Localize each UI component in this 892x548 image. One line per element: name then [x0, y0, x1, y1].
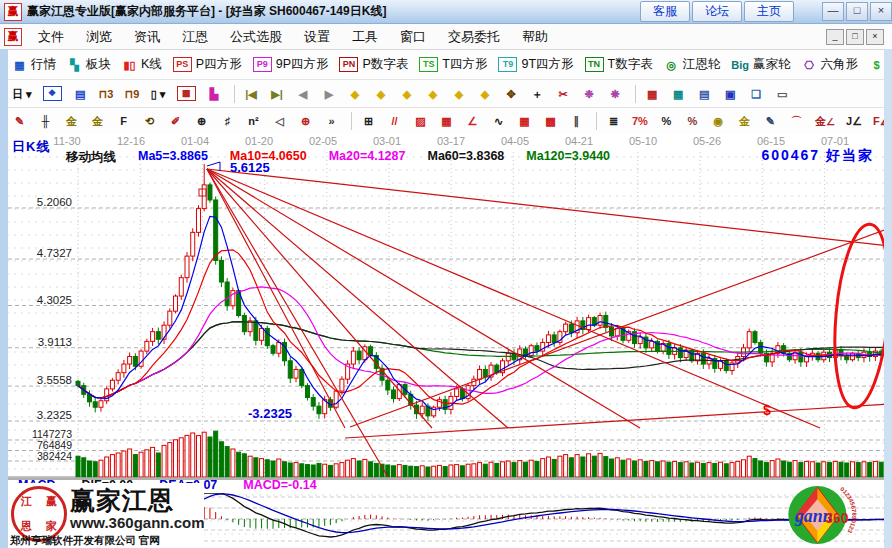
gann-crosshair-tool[interactable]: ⊕: [294, 111, 317, 131]
zoom-x-button[interactable]: ◈: [422, 84, 445, 104]
angle-ruler-tool[interactable]: ◁: [268, 111, 291, 131]
compress-9-button[interactable]: ⊓9: [121, 84, 144, 104]
volume-profile-button[interactable]: ▙: [203, 84, 226, 104]
percent-line-tool[interactable]: %: [681, 111, 704, 131]
jump-first-button[interactable]: |◀: [240, 84, 263, 104]
hexagon-button[interactable]: ⎔六角形: [797, 54, 862, 75]
close-button[interactable]: ×: [870, 2, 892, 21]
jump-last-button[interactable]: ▶|: [266, 84, 289, 104]
speed-line-tool[interactable]: ∠: [461, 111, 484, 131]
menu-help[interactable]: 帮助: [511, 25, 559, 49]
menu-file[interactable]: 文件: [27, 25, 75, 49]
t-square-button[interactable]: TST四方形: [415, 54, 491, 75]
separator[interactable]: [234, 85, 235, 103]
expand-all-button[interactable]: ◈: [448, 84, 471, 104]
gold-line-tool[interactable]: 金: [733, 111, 756, 131]
separator[interactable]: [596, 112, 597, 130]
gann-box-tool[interactable]: ▨: [409, 111, 432, 131]
gold-grid-tool-1[interactable]: 金: [60, 111, 83, 131]
gann-wheel-button[interactable]: ◎江恩轮: [660, 54, 725, 75]
calendar-button[interactable]: ▦: [641, 84, 664, 104]
child-restore-button[interactable]: □: [846, 29, 864, 45]
t-number-table-button[interactable]: TNT数字表: [581, 54, 657, 75]
red-grid-tool-b[interactable]: ▩: [539, 111, 562, 131]
step-forward-button[interactable]: ▶: [318, 84, 341, 104]
wave-tool[interactable]: ∿: [487, 111, 510, 131]
gold-angle-tool[interactable]: 金∠: [811, 111, 839, 131]
pan-left-button[interactable]: ◈: [344, 84, 367, 104]
gann-fan-tool[interactable]: //: [383, 111, 406, 131]
spiral-tool[interactable]: ⟲: [138, 111, 161, 131]
p-number-table-button[interactable]: PNP数字表: [335, 54, 412, 75]
angle-tool-f[interactable]: F∠: [869, 111, 884, 131]
chart-layout-button[interactable]: ❖: [39, 84, 66, 103]
menu-news[interactable]: 资讯: [123, 25, 171, 49]
menu-window[interactable]: 窗口: [389, 25, 437, 49]
menu-settings[interactable]: 设置: [293, 25, 341, 49]
brain-tool-button[interactable]: ❋: [604, 84, 627, 104]
parallel-line-tool[interactable]: ∥: [565, 111, 588, 131]
tick-grid-tool[interactable]: ♯: [216, 111, 239, 131]
percent-retrace-tool[interactable]: 7%: [628, 111, 652, 131]
quotes-button[interactable]: ▦行情: [8, 54, 60, 75]
homepage-button[interactable]: 主页: [744, 1, 794, 22]
ruler-pen-tool[interactable]: ✐: [164, 111, 187, 131]
gold-grid-tool-2[interactable]: 金: [86, 111, 109, 131]
arc-tool[interactable]: ⌒: [785, 111, 808, 131]
menu-browse[interactable]: 浏览: [75, 25, 123, 49]
elephant-tool-button[interactable]: ❉: [578, 84, 601, 104]
minimize-button[interactable]: —: [822, 2, 844, 21]
price-ladder-tool[interactable]: ≣: [602, 111, 625, 131]
p-square-button[interactable]: PSP四方形: [169, 54, 246, 75]
box-grid-tool[interactable]: ⊞: [357, 111, 380, 131]
winner-service-button[interactable]: $赢家服务: [865, 54, 884, 75]
candle-style-dropdown[interactable]: ▯ ▾: [147, 84, 170, 104]
step-back-button[interactable]: ◀: [292, 84, 315, 104]
menu-gann[interactable]: 江恩: [171, 25, 219, 49]
period-day-dropdown[interactable]: 日 ▾: [8, 84, 36, 104]
sectors-button[interactable]: ▚板块: [63, 54, 115, 75]
calculator-button[interactable]: ▦: [667, 84, 690, 104]
child-close-button[interactable]: ×: [866, 29, 884, 45]
toolbar-icon: ▶|: [270, 86, 285, 102]
separator[interactable]: [635, 85, 636, 103]
pan-right-button[interactable]: ◈: [370, 84, 393, 104]
nine-p-square-button[interactable]: P99P四方形: [249, 54, 333, 75]
more-tools-chevron[interactable]: »: [320, 111, 343, 131]
cycle-circle-tool[interactable]: ⊕: [190, 111, 213, 131]
angle-tool-j[interactable]: J∠: [842, 111, 866, 131]
workstation-button[interactable]: ▭: [771, 84, 794, 104]
maximize-button[interactable]: □: [846, 2, 868, 21]
winner-wheel-button[interactable]: Big赢家轮: [727, 54, 794, 75]
save-button[interactable]: ▣: [719, 84, 742, 104]
hand-tool-button[interactable]: ✥: [500, 84, 523, 104]
gold-circle-tool[interactable]: ◉: [707, 111, 730, 131]
compress-3-button[interactable]: ⊓3: [95, 84, 118, 104]
candle-marker-tool[interactable]: ✎: [759, 111, 782, 131]
f-grid-tool[interactable]: F: [112, 111, 135, 131]
gann-grid-tool[interactable]: ▦: [435, 111, 458, 131]
info-panel-button[interactable]: ▤: [69, 84, 92, 104]
gann-overlay-button[interactable]: ▩: [173, 84, 200, 103]
menu-formula-picker[interactable]: 公式选股: [219, 25, 293, 49]
red-grid-tool-a[interactable]: ▦: [513, 111, 536, 131]
menu-tools[interactable]: 工具: [341, 25, 389, 49]
nine-t-square-button[interactable]: T99T四方形: [494, 54, 577, 75]
notes-button[interactable]: ▤: [693, 84, 716, 104]
crosshair-tool-button[interactable]: ＋: [526, 84, 549, 104]
kline-button[interactable]: ▮▯K线: [118, 54, 166, 75]
eraser-tool-button[interactable]: ✂: [552, 84, 575, 104]
menu-trade[interactable]: 交易委托: [437, 25, 511, 49]
forum-button[interactable]: 论坛: [692, 1, 742, 22]
n-squared-tool[interactable]: n²: [242, 111, 265, 131]
grid-tool[interactable]: ╫: [34, 111, 57, 131]
zoom-h-button[interactable]: ◈: [396, 84, 419, 104]
percent-tool[interactable]: %: [655, 111, 678, 131]
customer-service-button[interactable]: 客服: [640, 1, 690, 22]
window-border-right[interactable]: [884, 49, 892, 548]
network-button[interactable]: ❏: [745, 84, 768, 104]
compress-all-button[interactable]: ◈: [474, 84, 497, 104]
child-minimize-button[interactable]: _: [826, 29, 844, 45]
pen-tool[interactable]: ✎: [8, 111, 31, 131]
separator[interactable]: [351, 112, 352, 130]
